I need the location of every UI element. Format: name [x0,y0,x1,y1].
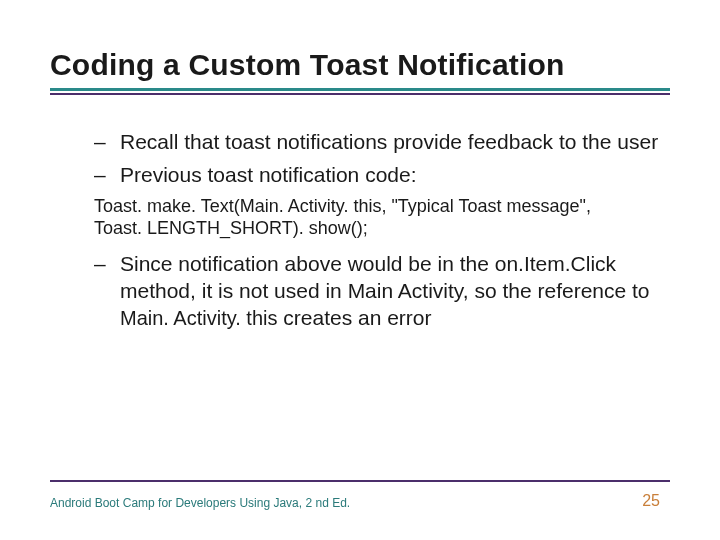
bullet-3: Since notification above would be in the… [94,250,660,332]
rule-purple [50,93,670,95]
page-number: 25 [642,492,660,510]
code-block: Toast. make. Text(Main. Activity. this, … [94,195,660,240]
slide-title: Coding a Custom Toast Notification [50,48,670,82]
bullet-3-mono: Main. Activity. this [120,307,277,329]
bullet-3-post: creates an error [277,306,431,329]
footer-text: Android Boot Camp for Developers Using J… [50,496,350,510]
footer-rule [50,480,670,482]
bullet-3-pre: Since notification above would be in the… [120,252,650,302]
title-area: Coding a Custom Toast Notification [50,48,670,95]
bullet-2: Previous toast notification code: [94,162,660,189]
code-line-2: Toast. LENGTH_SHORT). show(); [94,217,660,240]
title-underline [50,88,670,95]
content-area: Recall that toast notifications provide … [50,129,670,332]
rule-teal [50,88,670,91]
bullet-1: Recall that toast notifications provide … [94,129,660,156]
code-line-1: Toast. make. Text(Main. Activity. this, … [94,195,660,218]
slide: Coding a Custom Toast Notification Recal… [0,0,720,540]
